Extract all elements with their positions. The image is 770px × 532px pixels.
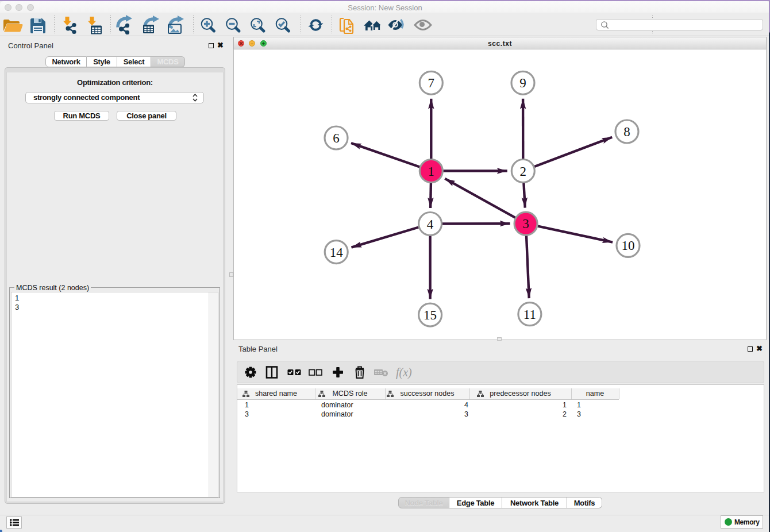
svg-text:11: 11 xyxy=(523,307,536,322)
svg-text:f(x): f(x) xyxy=(396,366,412,379)
svg-text:15: 15 xyxy=(424,308,437,322)
svg-text:3: 3 xyxy=(522,217,529,231)
svg-text:2: 2 xyxy=(520,164,527,179)
svg-text:8: 8 xyxy=(623,125,630,139)
svg-text:14: 14 xyxy=(330,245,344,260)
svg-text:1: 1 xyxy=(428,164,435,179)
svg-text:7: 7 xyxy=(428,76,435,90)
svg-text:10: 10 xyxy=(622,238,635,253)
svg-text:6: 6 xyxy=(333,131,340,145)
svg-text:9: 9 xyxy=(519,76,526,90)
svg-text:4: 4 xyxy=(427,217,434,232)
